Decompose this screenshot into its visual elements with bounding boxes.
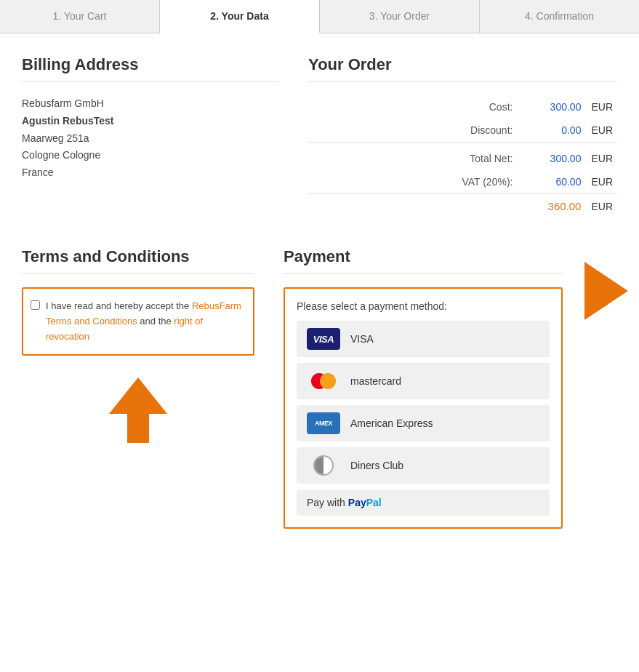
totalnet-label: Total Net:: [308, 143, 527, 171]
arrow-right-icon: [584, 262, 628, 320]
table-row: VAT (20%): 60.00 EUR: [308, 170, 617, 194]
total-currency: EUR: [585, 194, 617, 219]
totalnet-currency: EUR: [585, 143, 617, 171]
billing-country: France: [22, 164, 279, 182]
payment-prompt: Please select a payment method:: [297, 300, 550, 312]
payment-method-diners[interactable]: Diners Club: [297, 447, 550, 484]
total-label: [308, 194, 527, 219]
tab-your-cart[interactable]: 1. Your Cart: [0, 0, 160, 33]
billing-city: Cologne Cologne: [22, 147, 279, 164]
payment-box: Please select a payment method: VISA VIS…: [284, 287, 563, 529]
order-section: Your Order Cost: 300.00 EUR Discount: 0.…: [308, 55, 617, 218]
tabs-bar: 1. Your Cart 2. Your Data 3. Your Order …: [0, 0, 639, 33]
arrow-right-col: [584, 233, 639, 320]
cost-currency: EUR: [585, 95, 617, 119]
terms-inner: I have read and hereby accept the RebusF…: [31, 299, 243, 344]
billing-section: Billing Address Rebusfarm GmbH Agustin R…: [22, 55, 279, 218]
amex-label: American Express: [350, 417, 433, 429]
terms-title: Terms and Conditions: [22, 247, 254, 274]
amex-icon: AMEX: [307, 412, 340, 434]
terms-checkbox[interactable]: [31, 300, 40, 310]
order-title: Your Order: [308, 55, 617, 82]
bottom-content: Terms and Conditions I have read and her…: [0, 233, 584, 551]
totalnet-amount: 300.00: [527, 143, 585, 171]
billing-title: Billing Address: [22, 55, 279, 82]
diners-label: Diners Club: [350, 460, 403, 471]
visa-label: VISA: [350, 333, 374, 345]
payment-title: Payment: [284, 247, 563, 274]
tab-confirmation[interactable]: 4. Confirmation: [480, 0, 639, 33]
terms-section: Terms and Conditions I have read and her…: [22, 247, 254, 529]
diners-icon: [307, 455, 340, 476]
vat-label: VAT (20%):: [308, 170, 527, 194]
discount-currency: EUR: [585, 119, 617, 143]
arrow-up: [109, 377, 167, 443]
arrow-up-container: [22, 377, 254, 443]
payment-method-mastercard[interactable]: mastercard: [297, 363, 550, 399]
billing-company: Rebusfarm GmbH: [22, 95, 279, 113]
cost-label: Cost:: [308, 95, 527, 119]
vat-amount: 60.00: [527, 170, 585, 194]
mastercard-label: mastercard: [350, 375, 401, 387]
main-section: Billing Address Rebusfarm GmbH Agustin R…: [0, 33, 639, 233]
payment-method-visa[interactable]: VISA VISA: [297, 321, 550, 357]
billing-name: Agustin RebusTest: [22, 113, 279, 130]
terms-box: I have read and hereby accept the RebusF…: [22, 287, 254, 356]
discount-label: Discount:: [308, 119, 527, 143]
cost-amount: 300.00: [527, 95, 585, 119]
tab-your-order[interactable]: 3. Your Order: [320, 0, 480, 33]
mastercard-icon: [307, 370, 340, 392]
total-amount: 360.00: [527, 194, 585, 219]
visa-icon: VISA: [307, 328, 340, 350]
table-row: Cost: 300.00 EUR: [308, 95, 617, 119]
table-row: Discount: 0.00 EUR: [308, 119, 617, 143]
discount-amount: 0.00: [527, 119, 585, 143]
arrow-up-shaft: [127, 414, 149, 443]
vat-currency: EUR: [585, 170, 617, 194]
total-row: 360.00 EUR: [308, 194, 617, 219]
table-row: Total Net: 300.00 EUR: [308, 143, 617, 171]
terms-text: I have read and hereby accept the RebusF…: [46, 299, 243, 344]
payment-method-paypal[interactable]: Pay with PayPal: [297, 489, 550, 516]
tab-your-data[interactable]: 2. Your Data: [160, 0, 320, 33]
billing-street: Maarweg 251a: [22, 130, 279, 148]
payment-method-amex[interactable]: AMEX American Express: [297, 405, 550, 441]
arrow-up-head: [109, 377, 167, 414]
order-table: Cost: 300.00 EUR Discount: 0.00 EUR Tota…: [308, 95, 617, 218]
payment-section: Payment Please select a payment method: …: [284, 247, 563, 529]
bottom-outer: Terms and Conditions I have read and her…: [0, 233, 639, 551]
billing-address: Rebusfarm GmbH Agustin RebusTest Maarweg…: [22, 95, 279, 182]
paypal-label: Pay with PayPal: [307, 497, 382, 508]
